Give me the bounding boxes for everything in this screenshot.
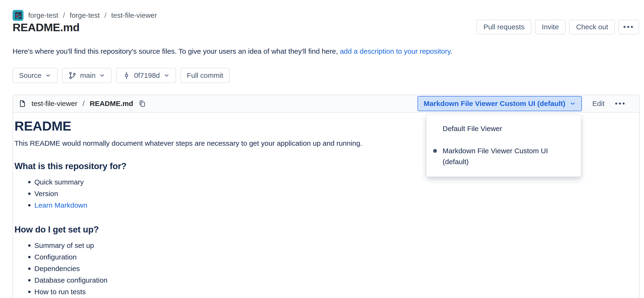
git-branch-icon [68, 71, 76, 79]
source-dropdown[interactable]: Source [12, 68, 58, 83]
file-more-button[interactable]: ••• [615, 100, 626, 108]
source-toolbar: Source main 0f7198d Full commit [12, 68, 230, 83]
breadcrumb-separator: / [63, 11, 65, 19]
list-item: Quick summary [14, 177, 632, 187]
menu-item-markdown-viewer[interactable]: Markdown File Viewer Custom UI (default) [426, 146, 581, 167]
list-item: Learn Markdown [14, 201, 632, 210]
file-path: test-file-viewer / README.md [18, 100, 146, 108]
description-text-end: . [450, 47, 452, 55]
list-item: Summary of set up [14, 241, 632, 250]
list-item: Database configuration [14, 276, 632, 285]
edit-button[interactable]: Edit [592, 100, 605, 108]
file-path-separator: / [82, 100, 84, 108]
breadcrumb-separator: / [104, 11, 106, 19]
breadcrumb-repository[interactable]: test-file-viewer [111, 11, 157, 19]
top-actions: Pull requests Invite Check out ••• [476, 20, 639, 34]
readme-heading-get-set-up: How do I get set up? [14, 225, 632, 235]
branch-dropdown-label: main [80, 71, 96, 79]
list-item: Version [14, 189, 632, 198]
repo-description: Here's where you'll find this repository… [12, 47, 452, 56]
source-dropdown-label: Source [19, 71, 42, 79]
description-text: Here's where you'll find this repository… [12, 47, 340, 55]
add-description-link[interactable]: add a description to your repository [340, 47, 450, 55]
list-item: Dependencies [14, 264, 632, 273]
file-path-dir[interactable]: test-file-viewer [32, 100, 77, 108]
breadcrumb-project[interactable]: forge-test [70, 11, 100, 19]
branch-dropdown[interactable]: main [62, 68, 112, 83]
selection-dot-column [433, 146, 442, 153]
chevron-down-icon [570, 101, 576, 107]
commit-dropdown-label: 0f7198d [134, 71, 160, 79]
readme-list-1: Quick summary Version Learn Markdown [14, 177, 632, 210]
learn-markdown-link[interactable]: Learn Markdown [34, 201, 87, 209]
file-icon [18, 100, 26, 108]
copy-icon [138, 100, 146, 107]
viewer-dropdown-menu: Default File Viewer Markdown File Viewer… [426, 115, 581, 177]
copy-path-button[interactable] [138, 100, 146, 107]
file-bar-actions: Markdown File Viewer Custom UI (default)… [418, 96, 626, 111]
chevron-down-icon [164, 72, 170, 79]
chevron-down-icon [99, 72, 105, 79]
menu-item-default-file-viewer[interactable]: Default File Viewer [426, 123, 581, 134]
commit-dropdown[interactable]: 0f7198d [116, 68, 176, 83]
commit-icon [122, 71, 130, 79]
viewer-selector-label: Markdown File Viewer Custom UI (default) [424, 100, 565, 108]
menu-item-label: Markdown File Viewer Custom UI (default) [442, 146, 554, 167]
chevron-down-icon [45, 72, 51, 79]
breadcrumb-workspace[interactable]: forge-test [28, 11, 58, 19]
menu-item-label: Default File Viewer [442, 123, 502, 134]
full-commit-label: Full commit [187, 71, 223, 79]
repo-avatar-icon [12, 10, 24, 21]
check-out-button[interactable]: Check out [569, 20, 615, 34]
more-actions-button[interactable]: ••• [618, 20, 639, 34]
full-commit-button[interactable]: Full commit [180, 68, 230, 83]
pull-requests-button[interactable]: Pull requests [476, 20, 531, 34]
file-path-name: README.md [90, 100, 133, 108]
invite-button[interactable]: Invite [535, 20, 566, 34]
breadcrumb: forge-test / forge-test / test-file-view… [12, 10, 157, 21]
viewer-selector-button[interactable]: Markdown File Viewer Custom UI (default) [418, 96, 582, 111]
readme-list-2: Summary of set up Configuration Dependen… [14, 241, 632, 298]
selected-dot-icon [433, 149, 437, 153]
page-title: README.md [12, 21, 80, 34]
list-item: Configuration [14, 252, 632, 262]
list-item: How to run tests [14, 287, 632, 297]
file-bar: test-file-viewer / README.md Markdown Fi… [13, 95, 639, 113]
